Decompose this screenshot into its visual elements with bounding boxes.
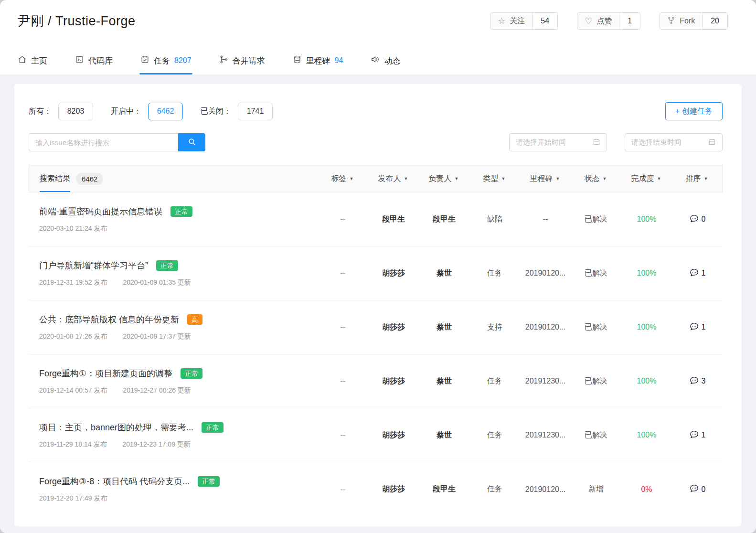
results-tab[interactable]: 搜索结果 6462 — [40, 165, 103, 192]
like-count[interactable]: 1 — [619, 13, 640, 29]
calendar-icon — [708, 138, 716, 147]
tab-pull-requests[interactable]: 合并请求 — [219, 55, 265, 75]
date-pickers: 请选择开始时间 请选择结束时间 — [509, 133, 723, 151]
watch-count[interactable]: 54 — [532, 13, 557, 29]
cell-assignee[interactable]: 段甲生 — [419, 214, 469, 224]
issues-card: 所有： 8203 开启中： 6462 已关闭： 1741 + 创建任务 — [14, 84, 742, 526]
create-issue-button[interactable]: + 创建任务 — [665, 102, 723, 120]
updated-date: 2020-01-09 01:35 更新 — [123, 278, 191, 287]
table-row: 前端-重置密码页面提示信息错误 正常 2020-03-10 21:24 发布 -… — [29, 192, 723, 246]
table-row: 公共：底部导航版权 信息的年份更新 高 2020-01-08 17:26 发布 … — [29, 300, 723, 354]
fork-button[interactable]: Fork 20 — [660, 12, 728, 30]
cell-assignee[interactable]: 段甲生 — [419, 484, 469, 494]
cell-status: 已解决 — [571, 376, 621, 386]
issue-title[interactable]: 项目：主页，banner图的处理，需要考... — [39, 422, 193, 433]
updated-date: 2019-12-23 17:09 更新 — [122, 440, 190, 449]
table-row: Forge重构③-8：项目代码 代码分支页... 正常 2019-12-20 1… — [29, 462, 723, 516]
published-date: 2019-12-14 00:57 发布 — [39, 386, 107, 395]
chevron-down-icon: ▼ — [704, 176, 708, 181]
repo-header: 尹刚 / Trustie-Forge ☆ 关注 54 ♡ 点赞 1 — [0, 0, 756, 75]
comment-count: 0 — [702, 215, 706, 224]
cell-milestone: 20190120... — [520, 485, 571, 494]
comment-count: 1 — [702, 431, 706, 439]
column-headers: 标签▼ 发布人▼ 负责人▼ 类型▼ 里程碑▼ 状态▼ 完成度▼ 排序▼ — [317, 174, 722, 184]
cell-comments[interactable]: 3 — [672, 375, 723, 387]
chevron-down-icon: ▼ — [603, 176, 607, 181]
status-badge: 正常 — [198, 476, 220, 487]
cell-assignee[interactable]: 蔡世 — [419, 322, 469, 332]
cell-publisher[interactable]: 段甲生 — [368, 214, 419, 224]
heart-icon: ♡ — [585, 17, 592, 25]
cell-milestone: 20190120... — [520, 269, 571, 277]
column-status[interactable]: 状态▼ — [570, 174, 621, 184]
cell-comments[interactable]: 1 — [672, 321, 723, 333]
watch-label: 关注 — [510, 16, 525, 26]
status-badge: 正常 — [181, 368, 202, 379]
repo-tabs: 主页 代码库 任务 8207 — [18, 55, 738, 75]
cell-publisher[interactable]: 胡莎莎 — [368, 268, 419, 278]
tab-repository[interactable]: 代码库 — [75, 55, 113, 75]
fork-count[interactable]: 20 — [702, 13, 727, 29]
tab-milestones[interactable]: 里程碑 94 — [293, 55, 343, 75]
published-date: 2020-03-10 21:24 发布 — [39, 224, 107, 233]
cell-label: -- — [318, 377, 368, 385]
chevron-down-icon: ▼ — [350, 176, 354, 181]
search-icon — [187, 137, 197, 148]
cell-status: 已解决 — [571, 430, 621, 440]
cell-type: 缺陷 — [469, 214, 520, 224]
published-date: 2019-12-20 17:49 发布 — [39, 494, 107, 503]
issue-title[interactable]: Forge重构③-8：项目代码 代码分支页... — [39, 476, 190, 487]
column-publisher[interactable]: 发布人▼ — [368, 174, 418, 184]
cell-publisher[interactable]: 胡莎莎 — [368, 484, 419, 494]
column-sort[interactable]: 排序▼ — [671, 174, 722, 184]
cell-comments[interactable]: 1 — [672, 267, 723, 279]
repo-actions: ☆ 关注 54 ♡ 点赞 1 — [490, 12, 728, 30]
comment-bubble-icon — [689, 213, 699, 225]
start-date-picker[interactable]: 请选择开始时间 — [509, 133, 607, 151]
chevron-down-icon: ▼ — [404, 176, 408, 181]
updated-date: 2019-12-27 00:26 更新 — [123, 386, 191, 395]
status-badge: 正常 — [156, 260, 178, 271]
tab-home[interactable]: 主页 — [18, 55, 47, 75]
cell-progress: 100% — [621, 323, 672, 331]
issue-title[interactable]: 门户导航新增“群体学习平台” — [39, 260, 148, 271]
filter-all: 所有： 8203 — [29, 103, 93, 120]
like-button[interactable]: ♡ 点赞 1 — [577, 12, 640, 30]
table-row: 门户导航新增“群体学习平台” 正常 2019-12-31 19:52 发布 20… — [29, 246, 723, 300]
filter-closed-count[interactable]: 1741 — [238, 103, 273, 120]
cell-comments[interactable]: 0 — [672, 483, 723, 495]
column-milestone[interactable]: 里程碑▼ — [520, 174, 570, 184]
tab-issues[interactable]: 任务 8207 — [140, 55, 192, 75]
column-progress[interactable]: 完成度▼ — [621, 174, 671, 184]
cell-publisher[interactable]: 胡莎莎 — [368, 430, 419, 440]
column-assignee[interactable]: 负责人▼ — [418, 174, 469, 184]
cell-assignee[interactable]: 蔡世 — [419, 376, 469, 386]
like-label: 点赞 — [596, 16, 612, 26]
cell-status: 已解决 — [571, 322, 621, 332]
column-label[interactable]: 标签▼ — [317, 174, 368, 184]
search-input[interactable] — [29, 133, 178, 151]
end-date-picker[interactable]: 请选择结束时间 — [625, 133, 723, 151]
filter-all-count[interactable]: 8203 — [58, 103, 93, 120]
filter-row: 所有： 8203 开启中： 6462 已关闭： 1741 + 创建任务 — [29, 102, 723, 120]
issue-title[interactable]: 公共：底部导航版权 信息的年份更新 — [39, 314, 179, 325]
milestone-icon — [293, 55, 302, 66]
page-title: 尹刚 / Trustie-Forge — [18, 12, 136, 30]
cell-publisher[interactable]: 胡莎莎 — [368, 376, 419, 386]
cell-assignee[interactable]: 蔡世 — [419, 268, 469, 278]
cell-assignee[interactable]: 蔡世 — [419, 430, 469, 440]
cell-progress: 100% — [621, 269, 672, 277]
watch-button[interactable]: ☆ 关注 54 — [490, 12, 558, 30]
issue-title[interactable]: Forge重构①：项目新建页面的调整 — [39, 368, 172, 379]
issue-title[interactable]: 前端-重置密码页面提示信息错误 — [39, 206, 162, 217]
column-type[interactable]: 类型▼ — [469, 174, 520, 184]
cell-comments[interactable]: 1 — [672, 429, 723, 441]
filter-open-count[interactable]: 6462 — [148, 103, 183, 120]
app-window: 尹刚 / Trustie-Forge ☆ 关注 54 ♡ 点赞 1 — [0, 0, 756, 533]
cell-label: -- — [318, 485, 368, 494]
cell-comments[interactable]: 0 — [672, 213, 723, 225]
cell-publisher[interactable]: 胡莎莎 — [368, 322, 419, 332]
search-button[interactable] — [178, 133, 205, 151]
calendar-icon — [593, 138, 600, 147]
tab-activity[interactable]: 动态 — [371, 55, 400, 75]
